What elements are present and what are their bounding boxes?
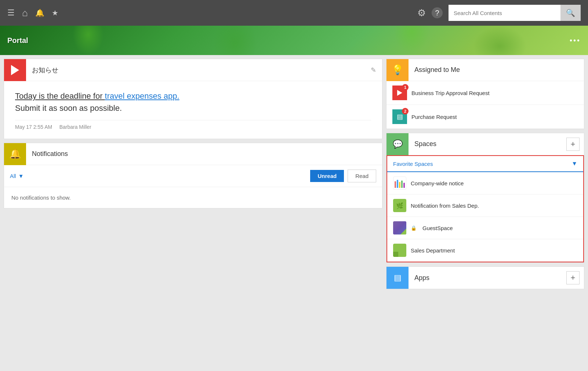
spaces-add-button[interactable]: + [566,138,580,151]
assigned-card: 💡 Assigned to Me 1 Business Trip Approva… [386,59,584,129]
assigned-app-icon-1: 1 [392,86,407,100]
search-button[interactable]: 🔍 [560,5,581,21]
filter-all-label: All [10,173,16,179]
left-panel: お知らせ ✎ Today is the deadline for travel … [4,59,382,289]
right-panel: 💡 Assigned to Me 1 Business Trip Approva… [386,59,584,289]
filter-all-dropdown[interactable]: All ▼ [10,173,24,179]
announcement-text-part1: Today is the deadline for [15,91,105,101]
assigned-item-name-2: Purchase Request [411,114,457,120]
announcement-text: Today is the deadline for travel expense… [15,90,371,114]
space-item-name-2: Notification from Sales Dep. [411,203,479,209]
space-icon-guest [393,221,406,234]
assigned-bulb-icon: 💡 [392,64,403,76]
assigned-section-title: Assigned to Me [409,66,584,74]
apps-section-title: Apps [409,274,566,282]
announcement-date: May 17 2:55 AM [15,124,52,130]
apps-icon-box: ▤ [386,267,409,289]
help-icon[interactable]: ? [432,7,443,18]
announcement-author: Barbara Miller [59,124,91,130]
filter-read-button[interactable]: Read [348,170,376,182]
notifications-section-title: Notifications [26,150,382,158]
announcement-card: お知らせ ✎ Today is the deadline for travel … [4,59,382,139]
spaces-card: 💬 Spaces + Favorite Spaces ▼ [386,133,584,263]
filter-unread-button[interactable]: Unread [310,170,344,182]
space-icon-dept [393,244,406,257]
notifications-bell-icon: 🔔 [9,148,21,160]
space-item[interactable]: Sales Department [387,239,583,262]
portal-banner: Portal ••• [0,26,588,55]
app1-play-icon [397,90,402,96]
announcement-link[interactable]: travel expenses app. [105,91,179,101]
guest-icon-corner [400,229,406,234]
space-item[interactable]: 🔒 GuestSpace [387,217,583,239]
announcement-edit-icon[interactable]: ✎ [365,66,382,74]
spaces-icon-box: 💬 [386,133,409,155]
notification-icon[interactable]: 🔔 [35,8,44,17]
spaces-header: 💬 Spaces + [386,133,584,155]
star-icon[interactable]: ★ [52,8,58,17]
space-item-name-1: Company-wide notice [411,180,464,186]
announcement-icon-box [4,59,26,81]
search-box: 🔍 [449,5,581,21]
pencils-decoration [395,178,405,188]
announcement-section-title: お知らせ [26,66,365,74]
announcement-play-icon [11,65,19,75]
notifications-header: 🔔 Notifications [4,143,382,165]
apps-grid-icon: ▤ [394,273,402,283]
assigned-badge-2: 2 [402,108,409,114]
space-icon-sales: 🌿 [393,199,406,212]
assigned-item-name-1: Business Trip Approval Request [411,90,490,96]
apps-card: ▤ Apps + [386,266,584,289]
portal-title: Portal [7,36,28,45]
lock-icon: 🔒 [411,225,417,231]
menu-icon[interactable]: ☰ [7,8,15,18]
gear-icon[interactable]: ⚙ [417,7,426,19]
announcement-body: Today is the deadline for travel expense… [4,81,382,139]
search-input[interactable] [449,5,560,21]
space-item-name-3: GuestSpace [422,225,453,231]
filter-chevron-icon: ▼ [18,173,24,179]
assigned-icon-box: 💡 [386,59,409,81]
assigned-item[interactable]: ▤ 2 Purchase Request [386,105,584,129]
apps-header: ▤ Apps + [386,267,584,289]
assigned-item[interactable]: 1 Business Trip Approval Request [386,81,584,105]
notifications-empty-text: No notifications to show. [4,187,382,208]
spaces-section-title: Spaces [409,140,566,148]
spaces-content: Favorite Spaces ▼ [386,155,584,262]
topbar: ☰ ⌂ 🔔 ★ ⚙ ? 🔍 [0,0,588,26]
notifications-icon-box: 🔔 [4,143,26,165]
apps-add-button[interactable]: + [566,271,580,284]
space-icon-company [393,177,406,190]
notifications-filters: All ▼ Unread Read [4,165,382,187]
space-item[interactable]: Company-wide notice [387,172,583,194]
assigned-badge-1: 1 [402,84,409,91]
spaces-dropdown[interactable]: Favorite Spaces ▼ [387,156,583,172]
app2-icon: ▤ [397,113,403,121]
spaces-chat-icon: 💬 [393,139,403,149]
spaces-dropdown-arrow-icon: ▼ [571,160,577,167]
search-icon: 🔍 [566,8,575,17]
notifications-card: 🔔 Notifications All ▼ Unread Read No not… [4,143,382,208]
space-icon-shade [393,252,398,257]
space-icon-leaf: 🌿 [396,202,403,209]
space-item[interactable]: 🌿 Notification from Sales Dep. [387,194,583,217]
assigned-header: 💡 Assigned to Me [386,59,584,81]
spaces-dropdown-label: Favorite Spaces [393,161,571,167]
announcement-meta: May 17 2:55 AM Barbara Miller [15,120,371,131]
topbar-right: ⚙ ? 🔍 [417,5,581,21]
space-item-name-4: Sales Department [411,247,455,254]
home-icon[interactable]: ⌂ [22,7,28,19]
main-area: お知らせ ✎ Today is the deadline for travel … [0,55,588,293]
portal-more-button[interactable]: ••• [570,36,581,45]
assigned-app-icon-2: ▤ 2 [392,109,407,124]
announcement-text-part2: Submit it as soon as possible. [15,103,122,113]
announcement-header: お知らせ ✎ [4,59,382,81]
